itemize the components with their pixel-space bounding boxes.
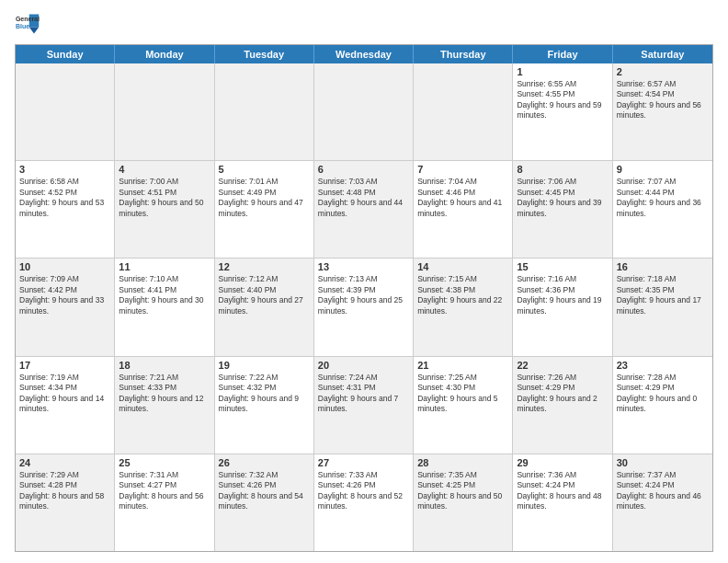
logo: General Blue bbox=[15, 11, 40, 37]
day-info: Sunrise: 7:16 AM Sunset: 4:36 PM Dayligh… bbox=[517, 274, 608, 316]
day-number: 11 bbox=[119, 261, 210, 272]
day-number: 12 bbox=[219, 261, 310, 272]
day-info: Sunrise: 7:13 AM Sunset: 4:39 PM Dayligh… bbox=[318, 274, 409, 316]
day-number: 4 bbox=[119, 164, 210, 175]
day-number: 5 bbox=[219, 164, 310, 175]
cal-cell-8: 8Sunrise: 7:06 AM Sunset: 4:45 PM Daylig… bbox=[513, 161, 612, 258]
cal-cell-29: 29Sunrise: 7:36 AM Sunset: 4:24 PM Dayli… bbox=[513, 454, 612, 551]
logo-icon: General Blue bbox=[15, 11, 40, 37]
cal-cell-20: 20Sunrise: 7:24 AM Sunset: 4:31 PM Dayli… bbox=[314, 357, 414, 454]
day-number: 8 bbox=[517, 164, 608, 175]
day-number: 16 bbox=[617, 261, 709, 272]
day-info: Sunrise: 7:07 AM Sunset: 4:44 PM Dayligh… bbox=[617, 177, 709, 219]
calendar-header: SundayMondayTuesdayWednesdayThursdayFrid… bbox=[16, 45, 712, 63]
day-number: 29 bbox=[517, 457, 608, 468]
day-number: 15 bbox=[517, 261, 608, 272]
cal-cell-empty-0-4 bbox=[414, 63, 513, 160]
cal-cell-17: 17Sunrise: 7:19 AM Sunset: 4:34 PM Dayli… bbox=[16, 357, 115, 454]
day-number: 26 bbox=[219, 457, 310, 468]
cal-cell-7: 7Sunrise: 7:04 AM Sunset: 4:46 PM Daylig… bbox=[414, 161, 513, 258]
day-info: Sunrise: 7:37 AM Sunset: 4:24 PM Dayligh… bbox=[617, 470, 709, 512]
svg-text:Blue: Blue bbox=[16, 23, 29, 29]
day-info: Sunrise: 7:35 AM Sunset: 4:25 PM Dayligh… bbox=[417, 470, 508, 512]
day-info: Sunrise: 6:57 AM Sunset: 4:54 PM Dayligh… bbox=[617, 79, 709, 121]
day-number: 20 bbox=[318, 360, 409, 371]
day-info: Sunrise: 6:55 AM Sunset: 4:55 PM Dayligh… bbox=[517, 79, 608, 121]
cal-cell-6: 6Sunrise: 7:03 AM Sunset: 4:48 PM Daylig… bbox=[314, 161, 414, 258]
day-info: Sunrise: 7:21 AM Sunset: 4:33 PM Dayligh… bbox=[119, 373, 210, 415]
day-number: 6 bbox=[318, 164, 409, 175]
cal-row-0: 1Sunrise: 6:55 AM Sunset: 4:55 PM Daylig… bbox=[16, 63, 712, 161]
cal-cell-empty-0-1 bbox=[115, 63, 214, 160]
cal-cell-1: 1Sunrise: 6:55 AM Sunset: 4:55 PM Daylig… bbox=[513, 63, 612, 160]
day-info: Sunrise: 7:04 AM Sunset: 4:46 PM Dayligh… bbox=[417, 177, 508, 219]
day-number: 22 bbox=[517, 360, 608, 371]
day-info: Sunrise: 7:18 AM Sunset: 4:35 PM Dayligh… bbox=[617, 274, 709, 316]
day-number: 2 bbox=[617, 66, 709, 77]
header-day-wednesday: Wednesday bbox=[314, 45, 414, 63]
cal-cell-15: 15Sunrise: 7:16 AM Sunset: 4:36 PM Dayli… bbox=[513, 259, 612, 355]
svg-text:General: General bbox=[16, 16, 40, 22]
cal-cell-16: 16Sunrise: 7:18 AM Sunset: 4:35 PM Dayli… bbox=[613, 259, 712, 355]
cal-cell-28: 28Sunrise: 7:35 AM Sunset: 4:25 PM Dayli… bbox=[414, 454, 513, 551]
day-number: 25 bbox=[119, 457, 210, 468]
calendar-body: 1Sunrise: 6:55 AM Sunset: 4:55 PM Daylig… bbox=[16, 63, 712, 551]
day-number: 1 bbox=[517, 66, 608, 77]
cal-row-2: 10Sunrise: 7:09 AM Sunset: 4:42 PM Dayli… bbox=[16, 259, 712, 356]
cal-cell-19: 19Sunrise: 7:22 AM Sunset: 4:32 PM Dayli… bbox=[215, 357, 314, 454]
day-info: Sunrise: 6:58 AM Sunset: 4:52 PM Dayligh… bbox=[19, 177, 110, 219]
day-info: Sunrise: 7:32 AM Sunset: 4:26 PM Dayligh… bbox=[219, 470, 310, 512]
cal-cell-18: 18Sunrise: 7:21 AM Sunset: 4:33 PM Dayli… bbox=[115, 357, 214, 454]
day-info: Sunrise: 7:03 AM Sunset: 4:48 PM Dayligh… bbox=[318, 177, 409, 219]
cal-cell-23: 23Sunrise: 7:28 AM Sunset: 4:29 PM Dayli… bbox=[613, 357, 712, 454]
cal-cell-25: 25Sunrise: 7:31 AM Sunset: 4:27 PM Dayli… bbox=[115, 454, 214, 551]
day-number: 9 bbox=[617, 164, 709, 175]
day-number: 10 bbox=[19, 261, 110, 272]
day-number: 21 bbox=[417, 360, 508, 371]
cal-cell-empty-0-3 bbox=[314, 63, 414, 160]
header-day-saturday: Saturday bbox=[613, 45, 712, 63]
cal-row-3: 17Sunrise: 7:19 AM Sunset: 4:34 PM Dayli… bbox=[16, 357, 712, 454]
day-info: Sunrise: 7:01 AM Sunset: 4:49 PM Dayligh… bbox=[219, 177, 310, 219]
day-info: Sunrise: 7:12 AM Sunset: 4:40 PM Dayligh… bbox=[219, 274, 310, 316]
page: General Blue SundayMondayTuesdayWednesda… bbox=[0, 0, 728, 563]
day-number: 19 bbox=[219, 360, 310, 371]
cal-cell-3: 3Sunrise: 6:58 AM Sunset: 4:52 PM Daylig… bbox=[16, 161, 115, 258]
cal-cell-empty-0-0 bbox=[16, 63, 115, 160]
cal-cell-24: 24Sunrise: 7:29 AM Sunset: 4:28 PM Dayli… bbox=[16, 454, 115, 551]
cal-cell-30: 30Sunrise: 7:37 AM Sunset: 4:24 PM Dayli… bbox=[613, 454, 712, 551]
cal-cell-empty-0-2 bbox=[215, 63, 314, 160]
header-day-monday: Monday bbox=[115, 45, 214, 63]
day-number: 24 bbox=[19, 457, 110, 468]
day-info: Sunrise: 7:33 AM Sunset: 4:26 PM Dayligh… bbox=[318, 470, 409, 512]
day-info: Sunrise: 7:28 AM Sunset: 4:29 PM Dayligh… bbox=[617, 373, 709, 415]
cal-cell-14: 14Sunrise: 7:15 AM Sunset: 4:38 PM Dayli… bbox=[414, 259, 513, 355]
day-info: Sunrise: 7:26 AM Sunset: 4:29 PM Dayligh… bbox=[517, 373, 608, 415]
day-number: 17 bbox=[19, 360, 110, 371]
header-day-tuesday: Tuesday bbox=[215, 45, 314, 63]
day-number: 28 bbox=[417, 457, 508, 468]
cal-cell-4: 4Sunrise: 7:00 AM Sunset: 4:51 PM Daylig… bbox=[115, 161, 214, 258]
day-info: Sunrise: 7:10 AM Sunset: 4:41 PM Dayligh… bbox=[119, 274, 210, 316]
day-info: Sunrise: 7:09 AM Sunset: 4:42 PM Dayligh… bbox=[19, 274, 110, 316]
day-number: 13 bbox=[318, 261, 409, 272]
day-number: 23 bbox=[617, 360, 709, 371]
cal-cell-9: 9Sunrise: 7:07 AM Sunset: 4:44 PM Daylig… bbox=[613, 161, 712, 258]
day-info: Sunrise: 7:31 AM Sunset: 4:27 PM Dayligh… bbox=[119, 470, 210, 512]
day-number: 18 bbox=[119, 360, 210, 371]
cal-row-1: 3Sunrise: 6:58 AM Sunset: 4:52 PM Daylig… bbox=[16, 161, 712, 259]
calendar: SundayMondayTuesdayWednesdayThursdayFrid… bbox=[15, 44, 713, 552]
cal-cell-2: 2Sunrise: 6:57 AM Sunset: 4:54 PM Daylig… bbox=[613, 63, 712, 160]
header: General Blue bbox=[15, 11, 713, 37]
cal-cell-27: 27Sunrise: 7:33 AM Sunset: 4:26 PM Dayli… bbox=[314, 454, 414, 551]
day-info: Sunrise: 7:15 AM Sunset: 4:38 PM Dayligh… bbox=[417, 274, 508, 316]
cal-cell-10: 10Sunrise: 7:09 AM Sunset: 4:42 PM Dayli… bbox=[16, 259, 115, 355]
day-info: Sunrise: 7:29 AM Sunset: 4:28 PM Dayligh… bbox=[19, 470, 110, 512]
day-number: 14 bbox=[417, 261, 508, 272]
cal-cell-11: 11Sunrise: 7:10 AM Sunset: 4:41 PM Dayli… bbox=[115, 259, 214, 355]
day-number: 3 bbox=[19, 164, 110, 175]
day-info: Sunrise: 7:19 AM Sunset: 4:34 PM Dayligh… bbox=[19, 373, 110, 415]
cal-cell-22: 22Sunrise: 7:26 AM Sunset: 4:29 PM Dayli… bbox=[513, 357, 612, 454]
day-info: Sunrise: 7:06 AM Sunset: 4:45 PM Dayligh… bbox=[517, 177, 608, 219]
cal-cell-13: 13Sunrise: 7:13 AM Sunset: 4:39 PM Dayli… bbox=[314, 259, 414, 355]
